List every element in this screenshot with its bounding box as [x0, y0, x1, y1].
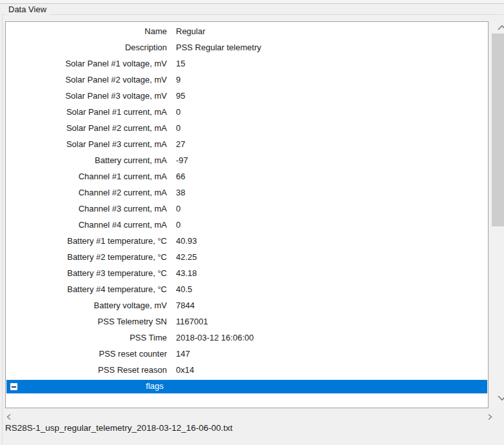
- telemetry-rows: Name Regular Description PSS Regular tel…: [6, 23, 488, 378]
- table-row[interactable]: Solar Panel #3 voltage, mV 95: [6, 88, 488, 104]
- table-row[interactable]: Battery #3 temperature, °C 43.18: [6, 265, 488, 281]
- row-value: 9: [176, 72, 180, 88]
- table-row[interactable]: Solar Panel #2 voltage, mV 9: [6, 72, 488, 88]
- row-label: Battery voltage, mV: [6, 297, 167, 313]
- row-value: 0: [176, 201, 180, 217]
- table-row[interactable]: Description PSS Regular telemetry: [6, 39, 488, 55]
- table-row[interactable]: Solar Panel #1 current, mA 0: [6, 104, 488, 120]
- row-label: Battery current, mA: [6, 152, 167, 168]
- row-label: Solar Panel #1 voltage, mV: [6, 55, 167, 72]
- row-value: 43.18: [176, 265, 197, 281]
- row-label: Channel #2 current, mA: [6, 184, 167, 201]
- scroll-right-icon[interactable]: [486, 413, 494, 421]
- row-value: 40.93: [176, 233, 197, 249]
- table-row[interactable]: Channel #2 current, mA 38: [6, 184, 488, 201]
- row-value: 15: [176, 55, 185, 72]
- row-value: 40.5: [176, 281, 192, 297]
- row-value: 42.25: [176, 249, 197, 265]
- table-row[interactable]: Solar Panel #2 current, mA 0: [6, 120, 488, 136]
- filename-label: RS28S-1_usp_regular_telemetry_2018-03-12…: [5, 423, 233, 433]
- table-row[interactable]: Channel #1 current, mA 66: [6, 168, 488, 184]
- flags-group-label: flags: [6, 380, 303, 393]
- row-label: Solar Panel #1 current, mA: [6, 104, 167, 120]
- row-label: PSS Reset reason: [6, 362, 167, 378]
- vertical-scrollbar[interactable]: [492, 22, 504, 408]
- row-label: Channel #3 current, mA: [6, 201, 167, 217]
- row-label: Battery #1 temperature, °C: [6, 233, 167, 249]
- table-row[interactable]: Channel #3 current, mA 0: [6, 201, 488, 217]
- row-label: PSS Time: [6, 330, 167, 346]
- row-label: Name: [6, 23, 167, 39]
- row-value: PSS Regular telemetry: [176, 39, 261, 55]
- row-label: PSS Telemetry SN: [6, 313, 167, 330]
- row-label: Description: [6, 39, 167, 55]
- table-row[interactable]: PSS Time 2018-03-12 16:06:00: [6, 330, 488, 346]
- row-label: Solar Panel #2 voltage, mV: [6, 72, 167, 88]
- row-label: Solar Panel #3 current, mA: [6, 136, 167, 152]
- table-row[interactable]: Battery #2 temperature, °C 42.25: [6, 249, 488, 265]
- groupbox-border-top: [2, 14, 503, 15]
- row-label: Channel #4 current, mA: [6, 217, 167, 233]
- row-value: 147: [176, 346, 190, 362]
- table-row[interactable]: Solar Panel #3 current, mA 27: [6, 136, 488, 152]
- table-row[interactable]: PSS reset counter 147: [6, 346, 488, 362]
- scroll-left-icon[interactable]: [5, 413, 13, 421]
- table-row[interactable]: Solar Panel #1 voltage, mV 15: [6, 55, 488, 72]
- row-label: Battery #2 temperature, °C: [6, 249, 167, 265]
- flags-group-row[interactable]: flags: [6, 380, 487, 393]
- row-value: 0: [176, 104, 180, 120]
- groupbox-border-left: [2, 14, 3, 445]
- row-value: 7844: [176, 297, 195, 313]
- row-value: 95: [176, 88, 185, 104]
- table-row[interactable]: PSS Reset reason 0x14: [6, 362, 488, 378]
- row-label: Solar Panel #2 current, mA: [6, 120, 167, 136]
- scroll-up-icon[interactable]: [497, 25, 504, 31]
- scroll-down-icon[interactable]: [497, 395, 504, 401]
- row-value: 1167001: [176, 313, 208, 330]
- row-value: 27: [176, 136, 185, 152]
- table-row[interactable]: Battery voltage, mV 7844: [6, 297, 488, 313]
- row-value: 0: [176, 120, 180, 136]
- row-value: 0: [176, 217, 180, 233]
- row-label: Battery #3 temperature, °C: [6, 265, 167, 281]
- table-row[interactable]: PSS Telemetry SN 1167001: [6, 313, 488, 330]
- row-value: -97: [176, 152, 188, 168]
- row-label: Channel #1 current, mA: [6, 168, 167, 184]
- vertical-scrollbar-thumb[interactable]: [492, 34, 504, 226]
- telemetry-table: Name Regular Description PSS Regular tel…: [5, 21, 489, 408]
- table-row[interactable]: Battery #4 temperature, °C 40.5: [6, 281, 488, 297]
- row-value: 66: [176, 168, 185, 184]
- table-row[interactable]: Battery #1 temperature, °C 40.93: [6, 233, 488, 249]
- row-value: 2018-03-12 16:06:00: [176, 330, 254, 346]
- table-row[interactable]: Name Regular: [6, 23, 488, 39]
- row-value: Regular: [176, 23, 206, 39]
- row-label: Battery #4 temperature, °C: [6, 281, 167, 297]
- table-row[interactable]: Channel #4 current, mA 0: [6, 217, 488, 233]
- top-divider: [0, 0, 504, 4]
- row-label: PSS reset counter: [6, 346, 167, 362]
- row-label: Solar Panel #3 voltage, mV: [6, 88, 167, 104]
- table-row[interactable]: Battery current, mA -97: [6, 152, 488, 168]
- row-value: 38: [176, 184, 185, 201]
- panel-title: Data View: [5, 5, 50, 15]
- row-value: 0x14: [176, 362, 194, 378]
